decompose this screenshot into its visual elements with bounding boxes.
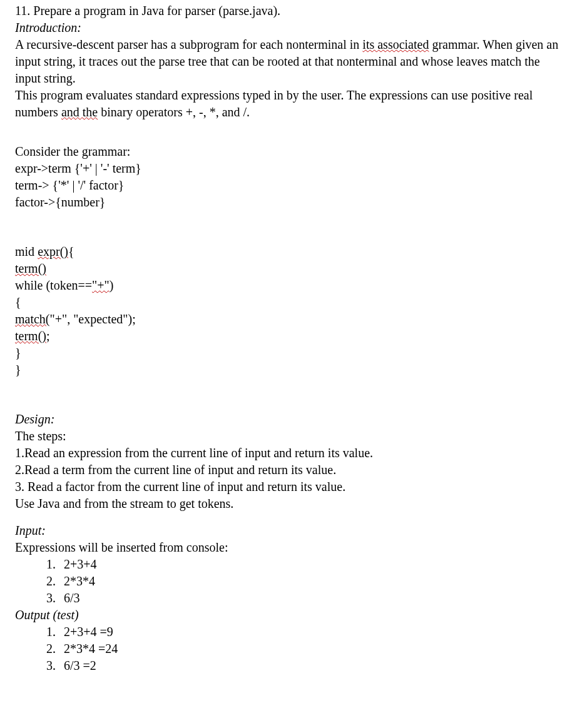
grammar-line-1: expr->term {'+' | '-' term} (15, 160, 567, 177)
intro-text: binary operators +, -, *, and /. (98, 105, 250, 119)
pseudo-line-8: } (15, 361, 567, 378)
code-text: while (token== (15, 278, 92, 292)
design-step-3: 3. Read a factor from the current line o… (15, 478, 567, 495)
code-underlined-term: term() (15, 261, 46, 275)
code-underlined-expr: expr() (38, 245, 68, 258)
introduction-label: Introduction: (15, 19, 567, 36)
code-text: mid (15, 245, 38, 258)
intro-underlined-its-associated: its associated (362, 38, 429, 51)
input-label: Input: (15, 522, 567, 539)
pseudo-line-4: { (15, 294, 567, 311)
input-item-3: 6/3 (59, 590, 567, 607)
intro-text: A recursive-descent parser has a subprog… (15, 38, 362, 51)
pseudo-line-3: while (token=="+") (15, 277, 567, 294)
pseudo-line-7: } (15, 345, 567, 361)
input-heading: Expressions will be inserted from consol… (15, 539, 567, 556)
intro-underlined-and-the: and the (61, 105, 98, 119)
grammar-line-2: term-> {'*' | '/' factor} (15, 177, 567, 194)
design-step-1: 1.Read an expression from the current li… (15, 445, 567, 462)
design-label: Design: (15, 411, 567, 428)
code-text: ) (110, 278, 114, 292)
code-text: ; (46, 329, 50, 343)
output-label: Output (test) (15, 607, 567, 624)
output-item-2: 2*3*4 =24 (59, 640, 567, 657)
code-text: "+", "expected"); (50, 312, 136, 326)
code-underlined-term2: term() (15, 329, 46, 343)
pseudo-line-1: mid expr(){ (15, 243, 567, 260)
pseudo-line-2: term() (15, 260, 567, 277)
code-underlined-plus: "+" (92, 278, 110, 292)
code-text: { (68, 245, 74, 258)
output-item-1: 2+3+4 =9 (59, 624, 567, 640)
pseudo-line-6: term(); (15, 328, 567, 345)
pseudo-line-5: match("+", "expected"); (15, 311, 567, 328)
output-item-3: 6/3 =2 (59, 657, 567, 674)
input-list: 2+3+4 2*3*4 6/3 (15, 556, 567, 607)
output-list: 2+3+4 =9 2*3*4 =24 6/3 =2 (15, 624, 567, 674)
introduction-paragraph-1: A recursive-descent parser has a subprog… (15, 36, 567, 87)
input-item-1: 2+3+4 (59, 556, 567, 573)
code-underlined-match: match( (15, 312, 50, 326)
design-step-4: Use Java and from the stream to get toke… (15, 495, 567, 512)
input-item-2: 2*3*4 (59, 573, 567, 590)
design-step-2: 2.Read a term from the current line of i… (15, 462, 567, 478)
grammar-line-3: factor->{number} (15, 194, 567, 211)
question-title: 11. Prepare a program in Java for parser… (15, 3, 567, 19)
grammar-heading: Consider the grammar: (15, 143, 567, 160)
design-steps-label: The steps: (15, 428, 567, 445)
introduction-paragraph-2: This program evaluates standard expressi… (15, 87, 567, 121)
